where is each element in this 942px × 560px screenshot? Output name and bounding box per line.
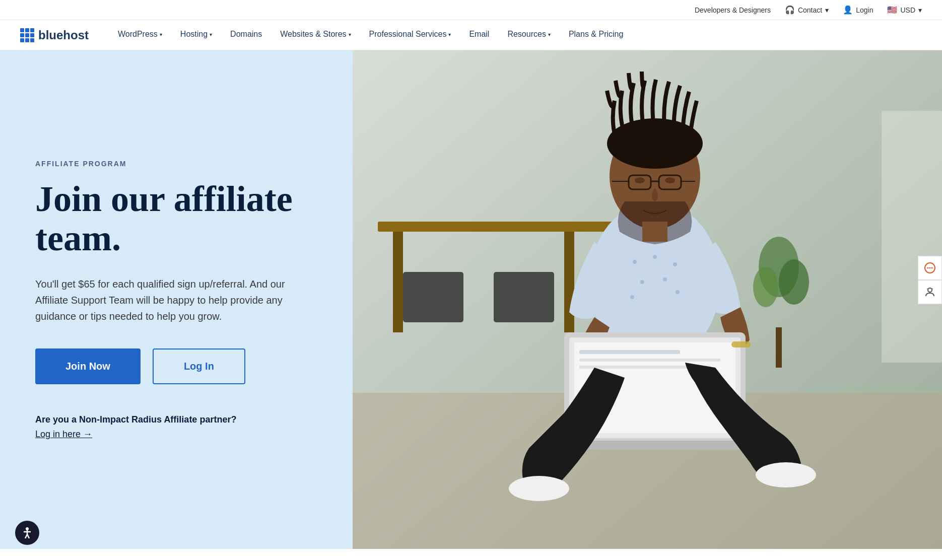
nav-item-professional-services[interactable]: Professional Services ▾ bbox=[360, 20, 460, 50]
logo-text: bluehost bbox=[38, 28, 89, 42]
hero-title-line2: team. bbox=[35, 218, 121, 258]
svg-rect-41 bbox=[731, 341, 751, 347]
side-widgets bbox=[918, 256, 942, 304]
svg-rect-35 bbox=[579, 350, 680, 354]
svg-rect-13 bbox=[882, 111, 942, 363]
top-bar: Developers & Designers 🎧 Contact ▾ 👤 Log… bbox=[0, 0, 942, 20]
log-in-button[interactable]: Log In bbox=[153, 348, 245, 384]
svg-point-48 bbox=[927, 288, 929, 290]
svg-point-19 bbox=[663, 277, 667, 282]
currency-chevron: ▾ bbox=[918, 6, 922, 14]
nav-label-plans-pricing: Plans & Pricing bbox=[569, 30, 624, 39]
svg-point-39 bbox=[509, 476, 569, 501]
nav-item-wordpress[interactable]: WordPress ▾ bbox=[109, 20, 171, 50]
contact-link[interactable]: 🎧 Contact ▾ bbox=[785, 5, 829, 15]
hero-buttons: Join Now Log In bbox=[35, 348, 317, 384]
chat-widget[interactable] bbox=[918, 256, 942, 280]
hero-illustration bbox=[353, 50, 942, 549]
hero-title-line1: Join our affiliate bbox=[35, 179, 293, 219]
nav-item-hosting[interactable]: Hosting ▾ bbox=[171, 20, 221, 50]
wordpress-chevron: ▾ bbox=[160, 32, 162, 37]
hosting-chevron: ▾ bbox=[210, 32, 212, 37]
nav-item-resources[interactable]: Resources ▾ bbox=[498, 20, 559, 50]
nav-label-hosting: Hosting bbox=[180, 30, 208, 39]
svg-point-40 bbox=[756, 462, 816, 487]
svg-point-21 bbox=[676, 290, 680, 294]
nav-items: WordPress ▾ Hosting ▾ Domains Websites &… bbox=[109, 20, 922, 50]
affiliate-note-text: Are you a Non-Impact Radius Affiliate pa… bbox=[35, 414, 317, 425]
nav-label-email: Email bbox=[469, 30, 489, 39]
contact-icon: 🎧 bbox=[785, 5, 795, 15]
svg-point-17 bbox=[673, 262, 677, 266]
hero-right-panel bbox=[353, 50, 942, 549]
svg-rect-7 bbox=[403, 272, 463, 322]
resources-chevron: ▾ bbox=[548, 32, 551, 37]
logo-grid-icon bbox=[20, 28, 34, 42]
svg-point-23 bbox=[607, 118, 703, 169]
nav-label-domains: Domains bbox=[230, 30, 262, 39]
svg-point-44 bbox=[929, 267, 931, 269]
svg-rect-8 bbox=[494, 272, 554, 322]
login-label: Login bbox=[856, 6, 873, 14]
nav-label-websites-stores: Websites & Stores bbox=[280, 30, 346, 39]
hero-title: Join our affiliate team. bbox=[35, 180, 317, 258]
accessibility-icon bbox=[21, 526, 34, 539]
join-now-button[interactable]: Join Now bbox=[35, 348, 141, 384]
svg-rect-36 bbox=[579, 359, 720, 362]
hero-section: AFFILIATE PROGRAM Join our affiliate tea… bbox=[0, 50, 942, 549]
svg-rect-31 bbox=[642, 222, 667, 242]
websites-chevron: ▾ bbox=[349, 32, 351, 37]
affiliate-label: AFFILIATE PROGRAM bbox=[35, 160, 317, 168]
currency-label: USD bbox=[900, 6, 915, 14]
login-link[interactable]: 👤 Login bbox=[843, 5, 873, 15]
svg-point-47 bbox=[931, 288, 933, 290]
main-nav: bluehost WordPress ▾ Hosting ▾ Domains W… bbox=[0, 20, 942, 50]
developers-label: Developers & Designers bbox=[695, 6, 771, 14]
svg-rect-9 bbox=[776, 327, 782, 368]
svg-rect-4 bbox=[393, 232, 403, 332]
nav-label-wordpress: WordPress bbox=[118, 30, 158, 39]
svg-point-18 bbox=[640, 280, 644, 284]
svg-point-45 bbox=[931, 267, 933, 269]
svg-point-16 bbox=[653, 255, 657, 259]
developers-link[interactable]: Developers & Designers bbox=[695, 6, 771, 14]
nav-item-domains[interactable]: Domains bbox=[221, 20, 271, 50]
nav-item-plans-pricing[interactable]: Plans & Pricing bbox=[560, 20, 633, 50]
svg-point-24 bbox=[635, 177, 645, 183]
affiliate-note: Are you a Non-Impact Radius Affiliate pa… bbox=[35, 414, 317, 440]
accessibility-button[interactable] bbox=[15, 521, 39, 545]
nav-item-email[interactable]: Email bbox=[460, 20, 498, 50]
nav-label-professional-services: Professional Services bbox=[369, 30, 447, 39]
svg-point-43 bbox=[927, 267, 929, 269]
nav-label-resources: Resources bbox=[507, 30, 546, 39]
affiliate-login-link[interactable]: Log in here → bbox=[35, 429, 92, 439]
svg-point-12 bbox=[753, 267, 778, 307]
contact-chevron: ▾ bbox=[825, 6, 829, 14]
svg-point-49 bbox=[26, 527, 29, 530]
svg-point-25 bbox=[665, 177, 675, 183]
svg-point-20 bbox=[630, 295, 634, 299]
hero-left-panel: AFFILIATE PROGRAM Join our affiliate tea… bbox=[0, 50, 353, 549]
profile-icon bbox=[924, 286, 936, 298]
contact-label: Contact bbox=[798, 6, 822, 14]
chat-icon bbox=[924, 262, 936, 274]
currency-selector[interactable]: 🇺🇸 USD ▾ bbox=[887, 5, 922, 15]
flag-icon: 🇺🇸 bbox=[887, 5, 897, 15]
nav-item-websites-stores[interactable]: Websites & Stores ▾ bbox=[271, 20, 360, 50]
profile-widget[interactable] bbox=[918, 280, 942, 304]
logo-link[interactable]: bluehost bbox=[20, 28, 89, 42]
hero-description: You'll get $65 for each qualified sign u… bbox=[35, 276, 317, 324]
svg-point-15 bbox=[633, 260, 637, 264]
svg-rect-5 bbox=[564, 232, 574, 332]
services-chevron: ▾ bbox=[448, 32, 451, 37]
login-icon: 👤 bbox=[843, 5, 853, 15]
svg-line-53 bbox=[27, 534, 29, 538]
svg-point-11 bbox=[779, 259, 809, 305]
